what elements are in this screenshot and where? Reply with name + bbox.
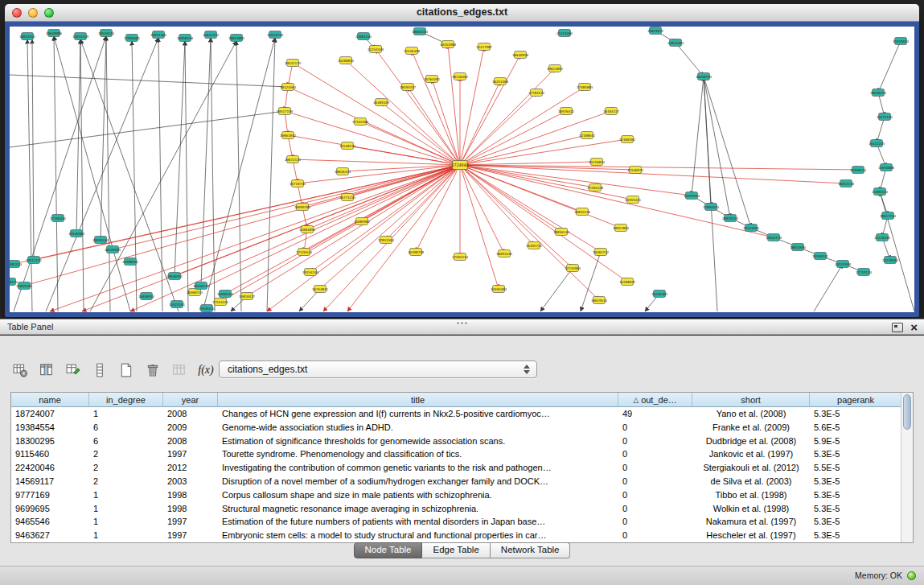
network-node[interactable]: 13050914	[138, 293, 155, 300]
table-cell[interactable]: Estimation of the future numbers of pati…	[218, 515, 618, 529]
table-cell[interactable]: Tourette syndrome. Phenomenology and cla…	[218, 447, 618, 461]
table-cell[interactable]: Disruption of a novel member of a sodium…	[218, 475, 618, 488]
table-select-dropdown[interactable]: citations_edges.txt	[219, 360, 537, 378]
table-cell[interactable]: 1997	[163, 447, 218, 461]
table-cell[interactable]: 2	[89, 447, 163, 461]
edit-column-button[interactable]	[63, 360, 84, 381]
network-graph[interactable]: 1813040216251468177845121697641212108641…	[10, 27, 914, 312]
table-cell[interactable]: Structural magnetic resonance image aver…	[218, 502, 618, 516]
network-node[interactable]: 11546498	[404, 47, 421, 55]
network-node[interactable]: 16189329	[373, 99, 390, 106]
network-node[interactable]: 16640950	[512, 51, 529, 59]
network-node[interactable]: 12160162	[619, 136, 636, 143]
table-cell[interactable]: Wolkin et al. (1998)	[692, 502, 810, 516]
table-row[interactable]: 969969511998Structural magnetic resonanc…	[11, 502, 913, 516]
network-node[interactable]: 14955421	[625, 196, 642, 204]
table-cell[interactable]: 1	[89, 488, 163, 502]
table-cell[interactable]: 9463627	[11, 529, 89, 542]
network-node[interactable]: 19450412	[199, 305, 216, 312]
network-node[interactable]: 14594304	[491, 286, 507, 293]
network-node[interactable]: 20211141	[26, 257, 43, 264]
network-node[interactable]: 15495721	[526, 242, 543, 249]
network-node[interactable]: 17205428	[587, 184, 604, 192]
network-node[interactable]: 12108641	[579, 132, 596, 139]
column-header-in_degree[interactable]: in_degree	[89, 393, 163, 406]
minimize-window-button[interactable]	[28, 8, 38, 18]
network-node[interactable]: 15024419	[72, 33, 89, 40]
memory-indicator[interactable]	[907, 571, 916, 580]
scrollbar-thumb[interactable]	[903, 394, 911, 430]
table-cell[interactable]: Tibbo et al. (1998)	[692, 488, 810, 502]
network-node[interactable]: 12208047	[619, 278, 636, 286]
table-cell[interactable]: 5.3E-5	[810, 407, 902, 421]
network-node[interactable]: 20059334	[92, 237, 109, 244]
network-node[interactable]: 15024170	[766, 234, 782, 241]
network-node[interactable]: 20124550	[835, 261, 852, 268]
table-cell[interactable]: 5.3E-5	[810, 515, 902, 529]
network-node[interactable]: 17226524	[296, 249, 313, 256]
table-cell[interactable]: 18300295	[11, 435, 89, 448]
network-node[interactable]: 19861842	[280, 132, 297, 139]
table-cell[interactable]: 14569117	[11, 475, 89, 488]
table-cell[interactable]: Estimation of significance thresholds fo…	[218, 435, 618, 448]
table-cell[interactable]: 0	[618, 529, 692, 542]
network-node[interactable]: 16412235	[869, 140, 885, 147]
table-cell[interactable]: 9699695	[11, 502, 89, 516]
network-node[interactable]: 19235404	[651, 290, 668, 298]
network-node[interactable]: 15958123	[850, 167, 867, 174]
table-cell[interactable]: 2008	[163, 435, 218, 448]
network-node[interactable]: 21215304	[556, 30, 573, 37]
column-visibility-button[interactable]	[36, 360, 57, 381]
network-node[interactable]: 14988501	[122, 258, 139, 266]
network-node[interactable]: 19526904	[68, 230, 85, 237]
table-cell[interactable]: Corpus callosum shape and size in male p…	[218, 488, 618, 502]
network-node[interactable]: 18814504	[790, 244, 807, 251]
network-node[interactable]: 17485083	[577, 84, 593, 91]
table-cell[interactable]: 5.3E-5	[810, 447, 902, 461]
network-node[interactable]: 17260352	[50, 215, 67, 222]
table-row[interactable]: 1456911722003Disruption of a novel membe…	[11, 475, 913, 488]
table-cell[interactable]: 0	[618, 502, 692, 516]
table-scrollbar[interactable]	[901, 393, 913, 542]
network-node[interactable]: 18056134	[553, 229, 570, 236]
network-node[interactable]: 16251468	[492, 78, 509, 85]
table-cell[interactable]: 18724007	[11, 407, 89, 421]
network-node[interactable]: 12254439	[368, 46, 384, 53]
table-row[interactable]: 977716911998Corpus callosum shape and si…	[11, 488, 913, 502]
network-node[interactable]: 18026414	[335, 168, 351, 175]
column-header-pagerank[interactable]: pagerank	[810, 393, 902, 406]
table-cell[interactable]: 0	[618, 461, 692, 475]
network-node[interactable]: 1724940	[451, 161, 468, 170]
column-header-name[interactable]: name	[11, 393, 89, 406]
table-cell[interactable]: 2008	[163, 407, 218, 421]
network-node[interactable]: 15216834	[589, 159, 606, 166]
column-header-title[interactable]: title	[218, 393, 618, 406]
table-cell[interactable]: 5.9E-5	[810, 435, 902, 448]
network-node[interactable]: 18957893	[613, 225, 630, 232]
table-row[interactable]: 946362711997Embryonic stem cells: a mode…	[11, 529, 913, 542]
network-node[interactable]: 19254144	[302, 269, 319, 276]
table-panel-header[interactable]: Table Panel ×	[0, 319, 924, 335]
network-node[interactable]: 16619514	[591, 297, 608, 304]
zoom-window-button[interactable]	[44, 8, 54, 18]
table-cell[interactable]: 9115460	[11, 447, 89, 461]
network-node[interactable]: 14523101	[169, 301, 186, 308]
table-row[interactable]: 911546021997Tourette syndrome. Phenomeno…	[11, 447, 913, 461]
network-node[interactable]: 17719124	[856, 269, 873, 276]
network-node[interactable]: 14834504	[667, 39, 684, 47]
table-cell[interactable]: 2003	[163, 475, 218, 488]
tab-network-table[interactable]: Network Table	[491, 542, 571, 558]
network-node[interactable]: 19010417	[239, 293, 256, 300]
table-cell[interactable]: Hescheler et al. (1997)	[692, 529, 810, 542]
new-table-button[interactable]	[116, 360, 137, 381]
network-node[interactable]: 20019224	[722, 215, 739, 222]
network-node[interactable]: 17804413	[703, 204, 720, 211]
table-cell[interactable]: 0	[618, 515, 692, 529]
network-node[interactable]: 16976412	[558, 108, 575, 115]
network-node[interactable]: 17210445	[874, 234, 891, 241]
table-cell[interactable]: 1	[89, 529, 163, 542]
table-cell[interactable]: 2012	[163, 461, 218, 475]
network-node[interactable]: 15538213	[339, 142, 356, 150]
network-node[interactable]: 17442380	[352, 118, 369, 126]
network-node[interactable]: 12065104	[16, 282, 33, 290]
